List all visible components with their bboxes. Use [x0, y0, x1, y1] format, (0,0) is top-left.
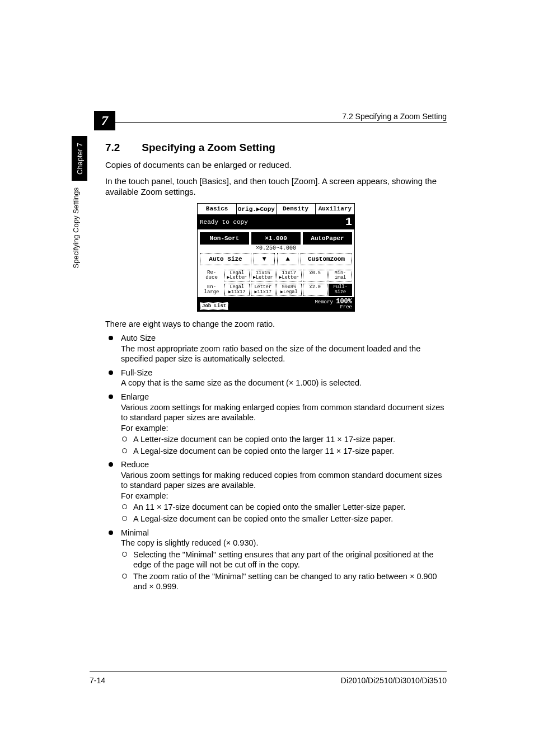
- tp-zoom-button[interactable]: ×1.000: [251, 232, 301, 245]
- tp-status-bar: Ready to copy 1: [198, 215, 354, 229]
- sub-list: A Letter-size document can be copied ont…: [121, 434, 447, 456]
- tp-tabbar: Basics Orig.▶Copy Density Auxiliary: [198, 204, 354, 215]
- item-title: Auto Size: [121, 333, 447, 344]
- sub-item: A Legal-size document can be copied onto…: [121, 514, 447, 524]
- item-title: Minimal: [121, 528, 447, 538]
- tp-reduce-cell-4[interactable]: x0.5: [303, 270, 328, 282]
- tp-minimal-button[interactable]: Min-imal: [329, 270, 352, 282]
- item-desc: The copy is slightly reduced (× 0.930).: [121, 538, 447, 548]
- tp-status-text: Ready to copy: [200, 219, 248, 226]
- section-heading: 7.2 Specifying a Zoom Setting: [105, 142, 447, 154]
- tp-nonsort-button[interactable]: Non-Sort: [200, 232, 249, 245]
- list-item: Enlarge Various zoom settings for making…: [105, 392, 447, 456]
- sub-list: An 11 × 17-size document can be copied o…: [121, 502, 447, 524]
- page-content: 7.2 Specifying a Zoom Setting Copies of …: [105, 115, 447, 595]
- tp-tab-density[interactable]: Density: [277, 204, 316, 214]
- list-intro: There are eight ways to change the zoom …: [105, 320, 447, 328]
- tp-memory-label-2: Free: [340, 304, 352, 310]
- tp-reduce-cell-2[interactable]: 11x15▶Letter: [251, 270, 276, 282]
- tp-memory-indicator: Memory 100% Free: [315, 298, 352, 310]
- tp-copy-count: 1: [345, 215, 352, 228]
- tp-reduce-enlarge-area: Re-duce Legal▶Letter 11x15▶Letter 11x17▶…: [198, 270, 354, 298]
- section-side-label: Specifying Copy Settings: [72, 187, 87, 269]
- heading-number: 7.2: [105, 142, 139, 154]
- tp-zoom-up-button[interactable]: ▲: [277, 253, 298, 265]
- tp-enlarge-label: En-large: [200, 284, 223, 296]
- tp-tab-auxiliary[interactable]: Auxiliary: [316, 204, 354, 214]
- intro-paragraph-1: Copies of documents can be enlarged or r…: [105, 159, 447, 170]
- tp-fullsize-button[interactable]: Full-Size: [329, 284, 352, 296]
- list-item: Reduce Various zoom settings for making …: [105, 459, 447, 524]
- tp-enlarge-cell-4[interactable]: x2.0: [303, 284, 328, 296]
- item-desc: The most appropriate zoom ratio based on…: [121, 344, 447, 364]
- item-desc: Various zoom settings for making enlarge…: [121, 402, 447, 423]
- tp-autosize-button[interactable]: Auto Size: [200, 253, 251, 265]
- model-numbers: Di2010/Di2510/Di3010/Di3510: [341, 676, 447, 685]
- sub-item: A Legal-size document can be copied onto…: [121, 446, 447, 457]
- item-title: Enlarge: [121, 392, 447, 402]
- touch-panel-figure: Basics Orig.▶Copy Density Auxiliary Read…: [197, 203, 355, 312]
- tp-enlarge-cell-1[interactable]: Legal▶11x17: [224, 284, 250, 296]
- list-item: Full-Size A copy that is the same size a…: [105, 368, 447, 388]
- tp-scale-range: ×0.250~4.000: [198, 245, 354, 253]
- tp-footer: Job List Memory 100% Free: [198, 297, 354, 311]
- zoom-methods-list: Auto Size The most appropriate zoom rati…: [105, 333, 447, 592]
- item-example-lead: For example:: [121, 491, 447, 501]
- tp-autopaper-button[interactable]: AutoPaper: [303, 232, 352, 245]
- tp-reduce-cell-3[interactable]: 11x17▶Letter: [277, 270, 302, 282]
- tp-zoom-preset-row: Auto Size ▼ ▲ CustomZoom: [198, 253, 354, 267]
- heading-title: Specifying a Zoom Setting: [142, 142, 275, 153]
- tp-memory-label-1: Memory: [315, 299, 332, 305]
- tp-zoom-down-button[interactable]: ▼: [254, 253, 275, 265]
- list-item: Auto Size The most appropriate zoom rati…: [105, 333, 447, 364]
- footer-rule: [90, 672, 447, 672]
- tp-tab-basics[interactable]: Basics: [198, 204, 237, 214]
- sub-item: Selecting the "Minimal" setting ensures …: [121, 550, 447, 570]
- sub-list: Selecting the "Minimal" setting ensures …: [121, 550, 447, 592]
- item-title: Reduce: [121, 459, 447, 470]
- tp-tab-origcopy[interactable]: Orig.▶Copy: [237, 204, 276, 214]
- tp-reduce-cell-1[interactable]: Legal▶Letter: [224, 270, 250, 282]
- sub-item: An 11 × 17-size document can be copied o…: [121, 502, 447, 513]
- sub-item: A Letter-size document can be copied ont…: [121, 434, 447, 445]
- tp-enlarge-cell-2[interactable]: Letter▶11x17: [251, 284, 276, 296]
- tp-enlarge-cell-3[interactable]: 5½x8½▶Legal: [277, 284, 302, 296]
- tp-customzoom-button[interactable]: CustomZoom: [301, 253, 352, 265]
- chapter-tab: Chapter 7: [72, 136, 87, 181]
- tp-reduce-row: Re-duce Legal▶Letter 11x15▶Letter 11x17▶…: [200, 270, 352, 282]
- tp-mode-row: Non-Sort ×1.000 AutoPaper: [198, 229, 354, 245]
- item-title: Full-Size: [121, 368, 447, 378]
- intro-paragraph-2: In the touch panel, touch [Basics], and …: [105, 176, 447, 197]
- tp-joblist-button[interactable]: Job List: [200, 302, 228, 310]
- list-item: Minimal The copy is slightly reduced (× …: [105, 528, 447, 592]
- tp-reduce-label: Re-duce: [200, 270, 223, 282]
- item-example-lead: For example:: [121, 423, 447, 434]
- tp-enlarge-row: En-large Legal▶11x17 Letter▶11x17 5½x8½▶…: [200, 284, 352, 296]
- page-number: 7-14: [90, 676, 105, 685]
- item-desc: Various zoom settings for making reduced…: [121, 470, 447, 491]
- sub-item: The zoom ratio of the "Minimal" setting …: [121, 571, 447, 592]
- item-desc: A copy that is the same size as the docu…: [121, 378, 447, 388]
